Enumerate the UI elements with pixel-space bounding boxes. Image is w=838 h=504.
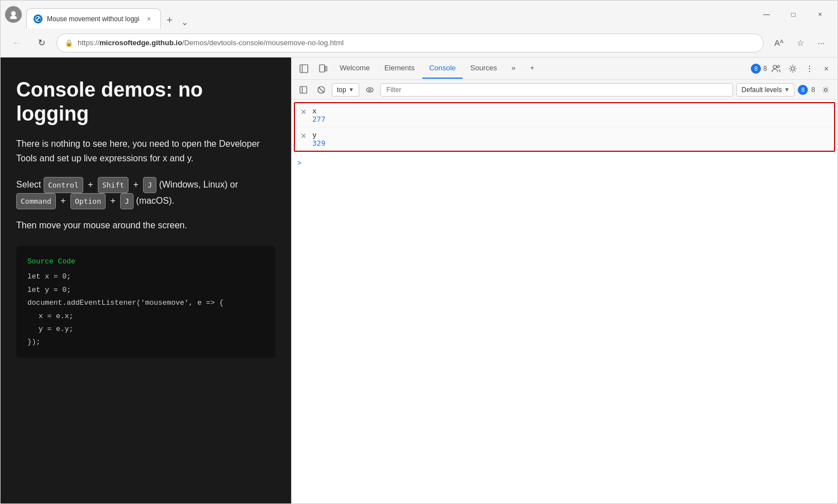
code-line-5: y = e.y;	[27, 323, 264, 335]
kbd-j: J	[143, 177, 156, 193]
url-text: https://microsoftedge.github.io/Demos/de…	[78, 39, 755, 47]
code-block: Source Code let x = 0; let y = 0; docume…	[16, 246, 275, 358]
webpage: Console demos: no logging There is nothi…	[1, 57, 291, 503]
kbd-control: Control	[44, 177, 83, 193]
console-prompt[interactable]: >	[292, 154, 837, 171]
main-content: Console demos: no logging There is nothi…	[1, 57, 837, 503]
top-dropdown-icon: ▼	[349, 87, 354, 93]
devtools-more-button[interactable]: ⋮	[802, 61, 817, 76]
console-badge-count: 8	[811, 86, 815, 94]
close-button[interactable]: ×	[807, 6, 833, 23]
svg-line-13	[318, 87, 324, 93]
url-bar[interactable]: 🔒 https://microsoftedge.github.io/Demos/…	[56, 33, 764, 52]
plus-3: +	[60, 196, 65, 205]
plus-4: +	[110, 196, 115, 205]
refresh-button[interactable]: ↻	[32, 33, 51, 52]
chevron-right-icon: >	[297, 159, 302, 167]
code-line-3: document.addEventListener('mousemove', e…	[27, 296, 264, 309]
svg-rect-10	[300, 87, 307, 93]
more-tabs-button[interactable]: »	[505, 59, 522, 79]
live-expression-x: ✕ x 277	[295, 103, 834, 127]
svg-point-1	[10, 16, 17, 19]
plus-2: +	[134, 180, 139, 189]
devtools-device-button[interactable]	[314, 60, 332, 77]
new-tab-button[interactable]: +	[161, 12, 178, 28]
top-label: top	[337, 86, 346, 94]
top-context-selector[interactable]: top ▼	[332, 83, 359, 97]
code-line-2: let y = 0;	[27, 284, 264, 296]
tab-favicon	[34, 15, 42, 23]
expression-name-y: y	[312, 131, 325, 139]
svg-point-14	[366, 88, 373, 92]
page-description: There is nothing to see here, you need t…	[16, 137, 275, 165]
kbd-shift: Shift	[98, 177, 128, 193]
code-line-1: let x = 0;	[27, 270, 264, 283]
close-expression-x[interactable]: ✕	[301, 108, 307, 116]
title-bar: Mouse movement without loggi × + ⌄ — □ ×	[1, 1, 837, 28]
profile-avatar[interactable]	[5, 6, 22, 23]
tab-welcome[interactable]: Welcome	[333, 59, 377, 79]
svg-point-0	[11, 11, 16, 16]
badge-count-label: 8	[763, 65, 767, 73]
tab-dropdown-button[interactable]: ⌄	[178, 15, 191, 28]
svg-point-8	[777, 65, 779, 68]
tabs-area: Mouse movement without loggi × + ⌄	[26, 1, 749, 28]
code-line-4: x = e.x;	[27, 310, 264, 323]
filter-input[interactable]	[380, 83, 734, 97]
svg-point-15	[369, 89, 371, 91]
default-levels-dropdown-icon: ▼	[784, 87, 789, 93]
mouse-instruction: Then move your mouse around the screen.	[16, 218, 275, 233]
devtools-panel: Welcome Elements Console Sources » + 8	[291, 57, 837, 503]
notification-badge-group: 8 8	[751, 64, 767, 74]
console-toolbar: top ▼ Default levels ▼ 8 8	[292, 80, 837, 100]
svg-rect-5	[320, 65, 325, 72]
console-settings-button[interactable]	[818, 83, 833, 97]
console-sidebar-button[interactable]	[296, 83, 311, 97]
devtools-people-button[interactable]	[768, 61, 784, 76]
svg-point-7	[773, 65, 777, 69]
minimize-button[interactable]: —	[754, 6, 779, 23]
kbd-command: Command	[16, 193, 56, 209]
active-tab[interactable]: Mouse movement without loggi ×	[26, 8, 161, 28]
page-title: Console demos: no logging	[16, 78, 275, 126]
maximize-button[interactable]: □	[780, 6, 806, 23]
back-button[interactable]: ←	[7, 33, 26, 52]
expression-value-y: 329	[312, 139, 325, 147]
code-label: Source Code	[27, 255, 264, 268]
kbd-option: Option	[70, 193, 106, 209]
tab-sources[interactable]: Sources	[464, 59, 504, 79]
clear-console-button[interactable]	[314, 83, 328, 97]
kbd-j-mac: J	[120, 193, 134, 209]
devtools-tabs: Welcome Elements Console Sources » + 8	[292, 57, 837, 80]
svg-point-16	[825, 88, 827, 91]
live-expression-y: ✕ y 329	[295, 127, 834, 151]
devtools-inspect-button[interactable]	[295, 60, 313, 77]
tab-close-button[interactable]: ×	[144, 14, 154, 24]
tab-elements[interactable]: Elements	[378, 59, 421, 79]
live-expression-area: ✕ x 277 ✕ y 329	[294, 102, 835, 152]
console-content: ✕ x 277 ✕ y 329	[292, 100, 837, 503]
devtools-settings-button[interactable]	[785, 61, 801, 76]
address-bar: ← ↻ 🔒 https://microsoftedge.github.io/De…	[1, 28, 837, 57]
eye-button[interactable]	[363, 83, 377, 97]
add-tab-button[interactable]: +	[523, 59, 541, 79]
close-expression-y[interactable]: ✕	[301, 132, 307, 140]
tab-console[interactable]: Console	[422, 59, 463, 79]
svg-point-9	[791, 67, 794, 70]
devtools-close-button[interactable]: ×	[818, 61, 834, 76]
keyboard-instruction: Select Control + Shift + J (Windows, Lin…	[16, 177, 275, 210]
tab-title: Mouse movement without loggi	[47, 15, 139, 23]
browser-menu-button[interactable]: ···	[812, 33, 831, 52]
console-badge: 8	[798, 85, 808, 95]
reader-mode-button[interactable]: Aᴬ	[769, 33, 788, 52]
expression-name-x: x	[312, 107, 325, 115]
notification-badge: 8	[751, 64, 761, 74]
window-controls: — □ ×	[754, 6, 833, 23]
svg-rect-3	[300, 65, 308, 73]
favorites-button[interactable]: ☆	[791, 33, 810, 52]
plus-1: +	[88, 180, 93, 189]
svg-rect-6	[325, 66, 327, 71]
browser-window: Mouse movement without loggi × + ⌄ — □ ×…	[0, 0, 838, 504]
default-levels-selector[interactable]: Default levels ▼	[736, 83, 794, 97]
expression-value-x: 277	[312, 115, 325, 123]
